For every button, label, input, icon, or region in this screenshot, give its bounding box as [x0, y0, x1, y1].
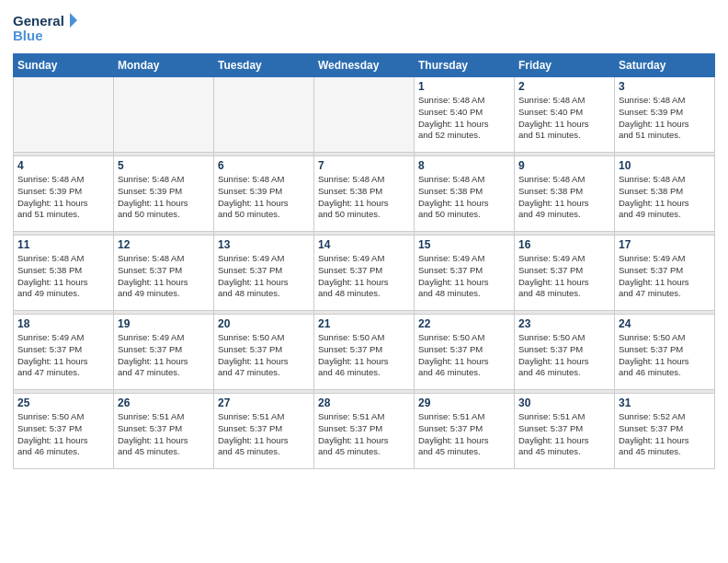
day-number: 27	[218, 396, 310, 409]
calendar-cell: 9Sunrise: 5:48 AMSunset: 5:38 PMDaylight…	[515, 156, 615, 232]
calendar-cell: 18Sunrise: 5:49 AMSunset: 5:37 PMDayligh…	[14, 315, 114, 390]
day-info: Sunrise: 5:49 AMSunset: 5:37 PMDaylight:…	[518, 253, 610, 300]
day-info: Sunrise: 5:48 AMSunset: 5:38 PMDaylight:…	[17, 253, 109, 300]
day-info: Sunrise: 5:49 AMSunset: 5:37 PMDaylight:…	[218, 253, 310, 300]
day-number: 24	[619, 317, 711, 330]
day-info: Sunrise: 5:49 AMSunset: 5:37 PMDaylight:…	[17, 332, 109, 379]
day-number: 31	[619, 396, 711, 409]
header-friday: Friday	[515, 54, 615, 77]
day-number: 3	[619, 80, 711, 93]
day-number: 18	[17, 317, 109, 330]
calendar-cell: 8Sunrise: 5:48 AMSunset: 5:38 PMDaylight…	[415, 156, 515, 232]
day-number: 17	[619, 238, 711, 251]
day-number: 16	[518, 238, 610, 251]
day-number: 11	[17, 238, 109, 251]
calendar-cell: 3Sunrise: 5:48 AMSunset: 5:39 PMDaylight…	[615, 77, 715, 153]
day-info: Sunrise: 5:48 AMSunset: 5:38 PMDaylight:…	[518, 174, 610, 221]
header-wednesday: Wednesday	[314, 54, 415, 77]
calendar-cell: 30Sunrise: 5:51 AMSunset: 5:37 PMDayligh…	[515, 394, 615, 469]
day-number: 8	[418, 159, 510, 172]
calendar-cell: 16Sunrise: 5:49 AMSunset: 5:37 PMDayligh…	[515, 236, 615, 311]
calendar-cell: 26Sunrise: 5:51 AMSunset: 5:37 PMDayligh…	[114, 394, 214, 469]
calendar-cell: 17Sunrise: 5:49 AMSunset: 5:37 PMDayligh…	[615, 236, 715, 311]
day-number: 29	[418, 396, 510, 409]
day-info: Sunrise: 5:48 AMSunset: 5:39 PMDaylight:…	[619, 95, 711, 142]
calendar-cell: 6Sunrise: 5:48 AMSunset: 5:39 PMDaylight…	[214, 156, 314, 232]
day-number: 13	[218, 238, 310, 251]
calendar-cell: 27Sunrise: 5:51 AMSunset: 5:37 PMDayligh…	[214, 394, 314, 469]
week-row-4: 18Sunrise: 5:49 AMSunset: 5:37 PMDayligh…	[14, 315, 715, 390]
day-info: Sunrise: 5:50 AMSunset: 5:37 PMDaylight:…	[218, 332, 310, 379]
calendar-cell	[314, 77, 415, 153]
day-info: Sunrise: 5:51 AMSunset: 5:37 PMDaylight:…	[318, 411, 410, 458]
day-number: 26	[118, 396, 210, 409]
day-number: 15	[418, 238, 510, 251]
calendar-cell: 20Sunrise: 5:50 AMSunset: 5:37 PMDayligh…	[214, 315, 314, 390]
day-info: Sunrise: 5:48 AMSunset: 5:39 PMDaylight:…	[118, 174, 210, 221]
day-info: Sunrise: 5:51 AMSunset: 5:37 PMDaylight:…	[418, 411, 510, 458]
day-number: 10	[619, 159, 711, 172]
calendar-cell: 7Sunrise: 5:48 AMSunset: 5:38 PMDaylight…	[314, 156, 415, 232]
day-info: Sunrise: 5:48 AMSunset: 5:40 PMDaylight:…	[518, 95, 610, 142]
day-info: Sunrise: 5:48 AMSunset: 5:39 PMDaylight:…	[17, 174, 109, 221]
logo: General Blue	[13, 9, 77, 48]
day-info: Sunrise: 5:51 AMSunset: 5:37 PMDaylight:…	[118, 411, 210, 458]
calendar-cell: 22Sunrise: 5:50 AMSunset: 5:37 PMDayligh…	[415, 315, 515, 390]
calendar-cell: 12Sunrise: 5:48 AMSunset: 5:37 PMDayligh…	[114, 236, 214, 311]
day-info: Sunrise: 5:50 AMSunset: 5:37 PMDaylight:…	[17, 411, 109, 458]
day-info: Sunrise: 5:51 AMSunset: 5:37 PMDaylight:…	[518, 411, 610, 458]
day-info: Sunrise: 5:48 AMSunset: 5:38 PMDaylight:…	[619, 174, 711, 221]
day-number: 2	[518, 80, 610, 93]
header-tuesday: Tuesday	[214, 54, 314, 77]
svg-text:Blue: Blue	[13, 28, 43, 43]
day-number: 5	[118, 159, 210, 172]
header-monday: Monday	[114, 54, 214, 77]
calendar-cell: 13Sunrise: 5:49 AMSunset: 5:37 PMDayligh…	[214, 236, 314, 311]
day-info: Sunrise: 5:48 AMSunset: 5:38 PMDaylight:…	[318, 174, 410, 221]
calendar-cell: 25Sunrise: 5:50 AMSunset: 5:37 PMDayligh…	[14, 394, 114, 469]
day-number: 28	[318, 396, 410, 409]
day-info: Sunrise: 5:49 AMSunset: 5:37 PMDaylight:…	[318, 253, 410, 300]
calendar-cell: 19Sunrise: 5:49 AMSunset: 5:37 PMDayligh…	[114, 315, 214, 390]
calendar-cell: 2Sunrise: 5:48 AMSunset: 5:40 PMDaylight…	[515, 77, 615, 153]
week-row-1: 1Sunrise: 5:48 AMSunset: 5:40 PMDaylight…	[14, 77, 715, 153]
day-number: 4	[17, 159, 109, 172]
header-sunday: Sunday	[14, 54, 114, 77]
day-info: Sunrise: 5:51 AMSunset: 5:37 PMDaylight:…	[218, 411, 310, 458]
day-info: Sunrise: 5:49 AMSunset: 5:37 PMDaylight:…	[118, 332, 210, 379]
calendar-cell: 28Sunrise: 5:51 AMSunset: 5:37 PMDayligh…	[314, 394, 415, 469]
page: General Blue SundayMondayTuesdayWednesda…	[0, 0, 728, 563]
calendar-cell: 5Sunrise: 5:48 AMSunset: 5:39 PMDaylight…	[114, 156, 214, 232]
day-info: Sunrise: 5:49 AMSunset: 5:37 PMDaylight:…	[619, 253, 711, 300]
calendar-table: SundayMondayTuesdayWednesdayThursdayFrid…	[13, 53, 715, 469]
calendar-cell	[14, 77, 114, 153]
logo-svg: General Blue	[13, 9, 77, 48]
day-info: Sunrise: 5:50 AMSunset: 5:37 PMDaylight:…	[619, 332, 711, 379]
calendar-cell	[214, 77, 314, 153]
calendar-cell: 10Sunrise: 5:48 AMSunset: 5:38 PMDayligh…	[615, 156, 715, 232]
day-number: 30	[518, 396, 610, 409]
calendar-cell: 4Sunrise: 5:48 AMSunset: 5:39 PMDaylight…	[14, 156, 114, 232]
header: General Blue	[13, 9, 715, 48]
calendar-cell: 15Sunrise: 5:49 AMSunset: 5:37 PMDayligh…	[415, 236, 515, 311]
day-number: 12	[118, 238, 210, 251]
calendar-cell: 31Sunrise: 5:52 AMSunset: 5:37 PMDayligh…	[615, 394, 715, 469]
svg-marker-2	[70, 13, 77, 28]
day-info: Sunrise: 5:48 AMSunset: 5:39 PMDaylight:…	[218, 174, 310, 221]
day-number: 19	[118, 317, 210, 330]
day-number: 7	[318, 159, 410, 172]
day-info: Sunrise: 5:48 AMSunset: 5:40 PMDaylight:…	[418, 95, 510, 142]
day-info: Sunrise: 5:48 AMSunset: 5:37 PMDaylight:…	[118, 253, 210, 300]
day-info: Sunrise: 5:52 AMSunset: 5:37 PMDaylight:…	[619, 411, 711, 458]
day-info: Sunrise: 5:50 AMSunset: 5:37 PMDaylight:…	[518, 332, 610, 379]
day-info: Sunrise: 5:48 AMSunset: 5:38 PMDaylight:…	[418, 174, 510, 221]
day-number: 21	[318, 317, 410, 330]
calendar-cell: 24Sunrise: 5:50 AMSunset: 5:37 PMDayligh…	[615, 315, 715, 390]
header-saturday: Saturday	[615, 54, 715, 77]
day-number: 1	[418, 80, 510, 93]
calendar-cell: 29Sunrise: 5:51 AMSunset: 5:37 PMDayligh…	[415, 394, 515, 469]
day-number: 14	[318, 238, 410, 251]
calendar-cell: 14Sunrise: 5:49 AMSunset: 5:37 PMDayligh…	[314, 236, 415, 311]
day-number: 25	[17, 396, 109, 409]
day-number: 6	[218, 159, 310, 172]
